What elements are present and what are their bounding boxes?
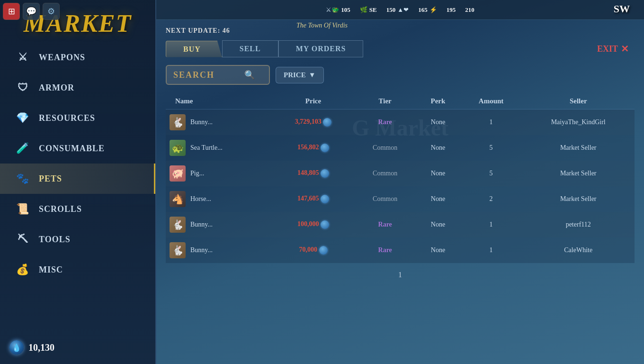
col-price: Price — [272, 93, 354, 109]
hud-stat-se: 🌿 SE — [360, 6, 377, 14]
item-name-1: Sea Turtle... — [190, 144, 223, 152]
main-content: NEXT UPDATE: 46 BUY SELL MY ORDERS EXIT … — [156, 20, 644, 364]
sidebar-label-weapons: WEAPONS — [39, 53, 85, 63]
armor-icon: 🛡 — [14, 79, 31, 96]
price-value-5: 70,000 — [299, 246, 318, 253]
price-value-4: 100,000 — [297, 220, 319, 228]
hud-se-icon: 🌿 — [360, 6, 367, 14]
price-value-3: 147,605 — [297, 195, 319, 202]
sidebar-label-scrolls: SCROLLS — [39, 204, 82, 214]
cell-name-2: 🐖 Pig... — [166, 161, 272, 186]
home-button[interactable]: ⊞ — [3, 3, 20, 20]
hud-val-3: 165 — [418, 6, 428, 14]
hud-stat-4: 195 — [447, 6, 456, 14]
sidebar-item-misc[interactable]: 💰 MISC — [0, 255, 155, 285]
col-name: Name — [166, 93, 272, 109]
item-thumb-3: 🐴 — [170, 191, 186, 207]
tab-bar: BUY SELL MY ORDERS EXIT ✕ — [166, 40, 635, 57]
currency-icon: 💧 — [9, 340, 24, 355]
scrolls-icon: 📜 — [14, 200, 31, 218]
cell-tier-4: Rare — [354, 212, 416, 237]
table-row[interactable]: 🐴 Horse... 147,605 Common None 2 Market … — [166, 186, 635, 212]
sidebar-item-tools[interactable]: ⛏ TOOLS — [0, 224, 155, 255]
hud-icon-3: ⚡ — [429, 6, 437, 14]
hud-val-4: 195 — [447, 6, 456, 14]
item-name-4: Bunny... — [190, 221, 213, 228]
table-row[interactable]: 🐇 Bunny... 100,000 Rare None 1 peterf112 — [166, 212, 635, 237]
item-name-5: Bunny... — [190, 246, 213, 254]
market-table: Name Price Tier Perk Amount Seller 🐇 Bun… — [166, 93, 635, 263]
search-input[interactable] — [173, 70, 240, 80]
pagination: 1 — [166, 271, 635, 279]
item-thumb-1: 🐢 — [170, 140, 186, 156]
tab-buy[interactable]: BUY — [166, 41, 222, 57]
table-header-row: Name Price Tier Perk Amount Seller — [166, 93, 635, 109]
town-name: The Town Of Virdis — [296, 22, 348, 29]
cell-seller-0: MaiyaThe_KindGirl — [522, 109, 635, 135]
search-box[interactable]: 🔍 — [166, 65, 270, 85]
sidebar-label-resources: RESOURCES — [39, 113, 95, 123]
tools-icon: ⛏ — [14, 231, 31, 248]
cell-price-1: 156,802 — [272, 135, 354, 161]
cell-name-4: 🐇 Bunny... — [166, 212, 272, 237]
tier-value-5: Rare — [378, 246, 392, 254]
sidebar-item-resources[interactable]: 💎 RESOURCES — [0, 103, 155, 133]
tab-sell[interactable]: SELL — [222, 40, 278, 57]
cell-amount-3: 2 — [460, 186, 522, 212]
search-icon: 🔍 — [244, 70, 255, 80]
currency-icon-1 — [321, 144, 329, 152]
cell-perk-3: None — [416, 186, 460, 212]
chat-button[interactable]: 💬 — [23, 3, 40, 20]
hud-stat-5: 210 — [465, 6, 474, 14]
close-icon: ✕ — [621, 43, 629, 55]
hud-bar: ⚔🐲 105 🌿 SE 150 ▲❤ 165 ⚡ 195 210 SW — [156, 0, 644, 20]
table-row[interactable]: 🐇 Bunny... 3,729,103 Rare None 1 MaiyaTh… — [166, 109, 635, 135]
item-thumb-4: 🐇 — [170, 217, 186, 233]
sidebar-label-misc: MISC — [39, 265, 63, 275]
page-number: 1 — [398, 271, 402, 279]
sidebar-item-weapons[interactable]: ⚔ WEAPONS — [0, 42, 155, 73]
cell-amount-2: 5 — [460, 161, 522, 186]
update-bar: NEXT UPDATE: 46 — [166, 27, 635, 35]
cell-name-1: 🐢 Sea Turtle... — [166, 135, 272, 161]
cell-tier-5: Rare — [354, 237, 416, 263]
sidebar-item-consumable[interactable]: 🧪 CONSUMABLE — [0, 133, 155, 164]
price-label: PRICE — [284, 71, 306, 79]
sidebar-label-consumable: CONSUMABLE — [39, 144, 105, 154]
hud-icon-2: ▲❤ — [397, 6, 409, 14]
hud-se-label: SE — [369, 6, 377, 14]
table-row[interactable]: 🐖 Pig... 148,805 Common None 5 Market Se… — [166, 161, 635, 186]
item-name-3: Horse... — [190, 195, 211, 203]
hud-icon-1: ⚔🐲 — [326, 6, 339, 14]
tab-my-orders[interactable]: MY ORDERS — [278, 40, 364, 57]
cell-seller-2: Market Seller — [522, 161, 635, 186]
sidebar-item-pets[interactable]: 🐾 PETS — [0, 164, 155, 194]
sidebar-item-scrolls[interactable]: 📜 SCROLLS — [0, 194, 155, 224]
currency-icon-2 — [321, 169, 329, 178]
cell-price-5: 70,000 — [272, 237, 354, 263]
cell-amount-1: 5 — [460, 135, 522, 161]
sidebar-label-tools: TOOLS — [39, 235, 71, 245]
tier-value-2: Common — [373, 170, 397, 177]
table-row[interactable]: 🐢 Sea Turtle... 156,802 Common None 5 Ma… — [166, 135, 635, 161]
table-row[interactable]: 🐇 Bunny... 70,000 Rare None 1 CaleWhite — [166, 237, 635, 263]
items-body: 🐇 Bunny... 3,729,103 Rare None 1 MaiyaTh… — [166, 109, 635, 263]
cell-tier-1: Common — [354, 135, 416, 161]
price-value-2: 148,805 — [297, 169, 319, 176]
exit-button[interactable]: EXIT ✕ — [591, 40, 635, 57]
cell-price-3: 147,605 — [272, 186, 354, 212]
tier-value-3: Common — [373, 195, 397, 202]
item-name-0: Bunny... — [190, 118, 213, 126]
settings-button[interactable]: ⚙ — [43, 3, 60, 20]
cell-price-0: 3,729,103 — [272, 109, 354, 135]
col-amount: Amount — [460, 93, 522, 109]
price-filter-button[interactable]: PRICE ▼ — [276, 67, 324, 83]
hud-val-5: 210 — [465, 6, 474, 14]
cell-perk-5: None — [416, 237, 460, 263]
col-perk: Perk — [416, 93, 460, 109]
hud-stat-1: ⚔🐲 105 — [326, 6, 350, 14]
sidebar-item-armor[interactable]: 🛡 ARMOR — [0, 73, 155, 103]
item-name-2: Pig... — [190, 170, 204, 177]
cell-price-2: 148,805 — [272, 161, 354, 186]
cell-perk-0: None — [416, 109, 460, 135]
